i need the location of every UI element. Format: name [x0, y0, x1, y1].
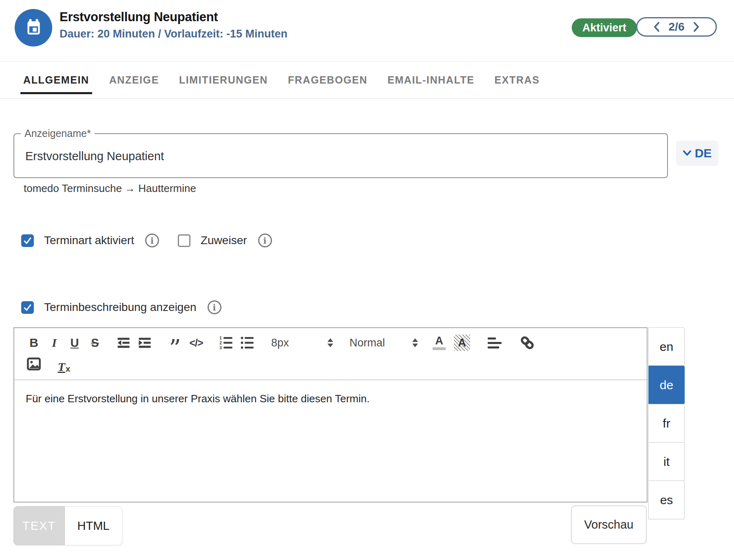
clear-formatting-icon[interactable]: T x — [55, 354, 73, 374]
font-size-value: 8px — [271, 337, 289, 349]
language-tab-en[interactable]: en — [648, 327, 685, 366]
link-icon[interactable] — [518, 333, 536, 353]
anzeigename-label: Anzeigename* — [21, 128, 95, 139]
blockquote-button[interactable]: ” — [166, 333, 184, 353]
anzeigename-value[interactable]: Erstvorstellung Neupatient — [25, 150, 164, 163]
info-icon[interactable]: i — [258, 234, 272, 247]
bold-button[interactable]: B — [25, 333, 43, 353]
zuweiser-label: Zuweiser — [201, 234, 247, 247]
toolbar-row-2: T x — [25, 353, 647, 375]
appointment-type-settings-page: Erstvorstellung Neupatient Dauer: 20 Min… — [0, 0, 734, 560]
image-icon[interactable] — [25, 354, 43, 374]
anzeigename-helper-text: tomedo Terminsuche → Hauttermine — [24, 182, 196, 195]
terminbeschreibung-anzeigen-label: Terminbeschreibung anzeigen — [44, 301, 197, 314]
editor-language-tabs: en de fr it es — [648, 327, 685, 519]
updown-arrows-icon — [412, 338, 418, 347]
description-rich-text-editor: B I U S ” </> 123 8px — [13, 327, 648, 503]
mode-text-button[interactable]: TEXT — [13, 506, 65, 545]
tab-email-inhalte[interactable]: EMAIL-INHALTE — [387, 62, 474, 98]
info-glyph: i — [150, 236, 154, 246]
ordered-list-icon[interactable]: 123 — [217, 333, 235, 353]
tab-bar: ALLGEMEIN ANZEIGE LIMITIERUNGEN FRAGEBOG… — [0, 62, 734, 99]
outdent-icon[interactable] — [115, 333, 133, 353]
font-size-picker[interactable]: 8px — [271, 333, 333, 353]
editor-toolbar: B I U S ” </> 123 8px — [14, 328, 647, 380]
clear-formatting-x: x — [66, 364, 71, 374]
chevron-right-icon[interactable] — [693, 22, 699, 32]
info-icon[interactable]: i — [145, 234, 159, 247]
language-tab-es[interactable]: es — [648, 481, 685, 519]
code-button[interactable]: </> — [187, 333, 205, 353]
pagination-control[interactable]: 2/6 — [636, 17, 717, 37]
background-color-icon[interactable]: A — [453, 333, 471, 353]
info-icon[interactable]: i — [208, 300, 221, 314]
terminbeschreibung-anzeigen-checkbox[interactable] — [21, 301, 34, 314]
chevron-left-icon[interactable] — [654, 22, 660, 32]
pagination-label: 2/6 — [669, 20, 685, 33]
svg-text:3: 3 — [219, 346, 222, 350]
language-tab-fr[interactable]: fr — [648, 404, 685, 443]
anzeigename-field[interactable]: Anzeigename* Erstvorstellung Neupatient — [13, 133, 668, 178]
tab-anzeige[interactable]: ANZEIGE — [109, 62, 159, 98]
tab-extras[interactable]: EXTRAS — [495, 62, 540, 98]
text-color-letter: A — [435, 335, 443, 346]
bullet-list-icon[interactable] — [239, 333, 256, 353]
language-tab-it[interactable]: it — [648, 442, 685, 481]
indent-icon[interactable] — [136, 333, 154, 353]
header: Erstvorstellung Neupatient Dauer: 20 Min… — [0, 0, 734, 62]
language-tab-de[interactable]: de — [648, 366, 685, 404]
editor-mode-switch: TEXT HTML — [13, 506, 122, 545]
calendar-icon — [15, 9, 52, 46]
page-title: Erstvorstellung Neupatient — [60, 10, 218, 24]
align-icon[interactable] — [486, 333, 504, 353]
field-language-label: DE — [695, 146, 712, 160]
checkbox-row-2: Terminbeschreibung anzeigen i — [21, 300, 221, 314]
paragraph-style-value: Normal — [349, 337, 385, 349]
underline-button[interactable]: U — [66, 333, 84, 353]
chevron-down-icon — [683, 150, 691, 156]
strikethrough-button[interactable]: S — [86, 333, 104, 353]
tab-allgemein[interactable]: ALLGEMEIN — [23, 62, 89, 98]
status-badge: Aktiviert — [572, 18, 637, 37]
svg-text:1: 1 — [219, 336, 222, 340]
text-color-icon[interactable]: A — [430, 333, 448, 353]
editor-content-area[interactable]: Für eine Erstvorstellung in unserer Prax… — [14, 380, 647, 417]
terminart-aktiviert-checkbox[interactable] — [21, 234, 34, 247]
clear-formatting-t: T — [57, 360, 65, 374]
text-color-bar — [433, 347, 446, 350]
tab-fragebogen[interactable]: FRAGEBOGEN — [288, 62, 367, 98]
zuweiser-checkbox[interactable] — [178, 234, 190, 247]
italic-button[interactable]: I — [45, 333, 63, 353]
checkbox-row-1: Terminart aktiviert i Zuweiser i — [21, 234, 272, 247]
tab-limitierungen[interactable]: LIMITIERUNGEN — [179, 62, 268, 98]
preview-button[interactable]: Vorschau — [571, 505, 647, 544]
field-language-selector[interactable]: DE — [676, 141, 719, 166]
mode-html-button[interactable]: HTML — [65, 506, 122, 545]
toolbar-row-1: B I U S ” </> 123 8px — [25, 332, 647, 353]
calendar-glyph — [22, 16, 45, 39]
updown-arrows-icon — [327, 338, 333, 347]
paragraph-style-picker[interactable]: Normal — [349, 333, 418, 353]
page-subtitle: Dauer: 20 Minuten / Vorlaufzeit: -15 Min… — [60, 28, 287, 40]
terminart-aktiviert-label: Terminart aktiviert — [44, 234, 134, 247]
check-icon — [23, 303, 32, 312]
info-glyph: i — [213, 302, 216, 313]
editor-text: Für eine Erstvorstellung in unserer Prax… — [26, 392, 369, 405]
info-glyph: i — [263, 236, 267, 246]
background-color-letter: A — [458, 337, 466, 349]
svg-text:2: 2 — [219, 341, 222, 345]
check-icon — [23, 236, 32, 245]
